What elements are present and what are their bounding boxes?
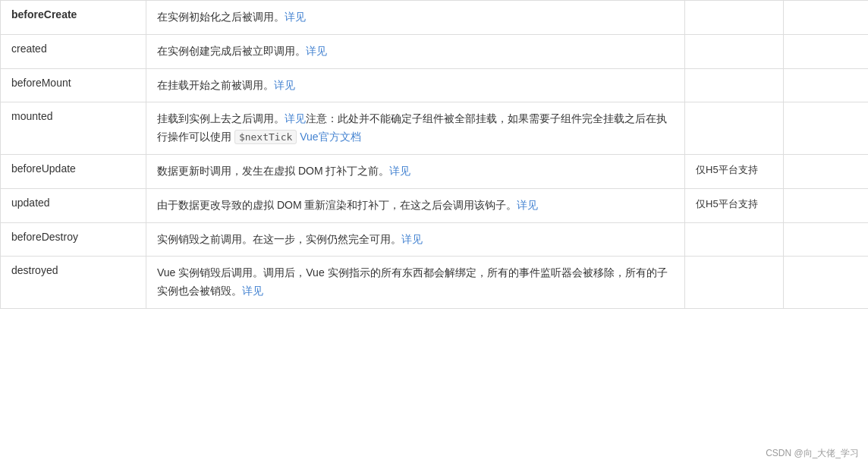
lifecycle-hook-desc: 数据更新时调用，发生在虚拟 DOM 打补丁之前。详见 (146, 154, 685, 188)
lifecycle-hook-desc: 在挂载开始之前被调用。详见 (146, 68, 685, 102)
detail-link[interactable]: 详见 (306, 45, 327, 57)
platform-note (685, 102, 784, 155)
extra-cell (784, 257, 869, 309)
table-row: destroyedVue 实例销毁后调用。调用后，Vue 实例指示的所有东西都会… (1, 257, 869, 309)
extra-cell (784, 68, 869, 102)
platform-note (685, 222, 784, 257)
detail-link[interactable]: Vue官方文档 (300, 131, 360, 143)
extra-cell (784, 222, 869, 257)
lifecycle-hook-name: beforeCreate (1, 1, 146, 35)
lifecycle-hook-desc: 在实例初始化之后被调用。详见 (146, 1, 685, 35)
lifecycle-hook-name: beforeMount (1, 68, 146, 102)
lifecycle-hook-name: beforeUpdate (1, 154, 146, 188)
table-row: beforeUpdate数据更新时调用，发生在虚拟 DOM 打补丁之前。详见仅H… (1, 154, 869, 188)
table-row: beforeMount在挂载开始之前被调用。详见 (1, 68, 869, 102)
detail-link[interactable]: 详见 (517, 199, 538, 211)
table-row: updated由于数据更改导致的虚拟 DOM 重新渲染和打补丁，在这之后会调用该… (1, 188, 869, 222)
platform-note (685, 34, 784, 68)
platform-note: 仅H5平台支持 (685, 188, 784, 222)
detail-link[interactable]: 详见 (285, 11, 306, 23)
extra-cell (784, 154, 869, 188)
table-row: mounted挂载到实例上去之后调用。详见注意：此处并不能确定子组件被全部挂载，… (1, 102, 869, 155)
platform-note (685, 1, 784, 35)
table-row: created在实例创建完成后被立即调用。详见 (1, 34, 869, 68)
platform-note (685, 68, 784, 102)
lifecycle-hook-desc: Vue 实例销毁后调用。调用后，Vue 实例指示的所有东西都会解绑定，所有的事件… (146, 257, 685, 309)
extra-cell (784, 102, 869, 155)
platform-note (685, 257, 784, 309)
lifecycle-hook-name: updated (1, 188, 146, 222)
lifecycle-hook-desc: 实例销毁之前调用。在这一步，实例仍然完全可用。详见 (146, 222, 685, 257)
table-row: beforeDestroy实例销毁之前调用。在这一步，实例仍然完全可用。详见 (1, 222, 869, 257)
platform-note: 仅H5平台支持 (685, 154, 784, 188)
detail-link[interactable]: 详见 (389, 165, 410, 177)
extra-cell (784, 34, 869, 68)
lifecycle-hook-name: created (1, 34, 146, 68)
lifecycle-hook-desc: 挂载到实例上去之后调用。详见注意：此处并不能确定子组件被全部挂载，如果需要子组件… (146, 102, 685, 155)
lifecycle-hook-desc: 在实例创建完成后被立即调用。详见 (146, 34, 685, 68)
detail-link[interactable]: 详见 (285, 112, 306, 124)
lifecycle-hook-desc: 由于数据更改导致的虚拟 DOM 重新渲染和打补丁，在这之后会调用该钩子。详见 (146, 188, 685, 222)
lifecycle-hook-name: destroyed (1, 257, 146, 309)
lifecycle-hook-name: beforeDestroy (1, 222, 146, 257)
extra-cell (784, 188, 869, 222)
lifecycle-hook-name: mounted (1, 102, 146, 155)
table-row: beforeCreate在实例初始化之后被调用。详见 (1, 1, 869, 35)
lifecycle-table: beforeCreate在实例初始化之后被调用。详见created在实例创建完成… (0, 0, 868, 309)
code-snippet: $nextTick (234, 130, 297, 144)
detail-link[interactable]: 详见 (274, 79, 295, 91)
extra-cell (784, 1, 869, 35)
detail-link[interactable]: 详见 (401, 233, 423, 245)
detail-link[interactable]: 详见 (242, 285, 263, 297)
